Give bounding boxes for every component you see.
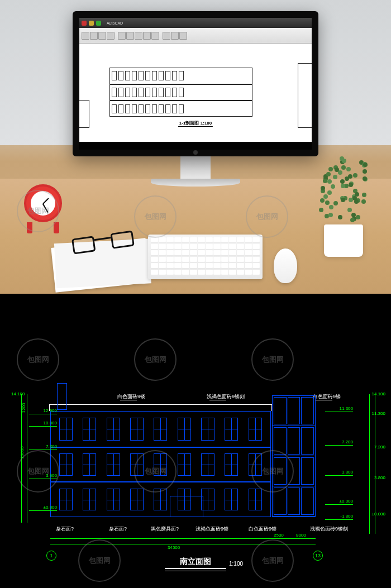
key xyxy=(229,263,236,269)
tool-circle[interactable] xyxy=(98,32,106,40)
minute-hand xyxy=(42,203,48,212)
tool-dim[interactable] xyxy=(179,32,187,40)
section-floor-2 xyxy=(109,84,252,101)
key xyxy=(159,250,166,256)
key xyxy=(182,237,189,243)
key xyxy=(182,244,189,250)
key xyxy=(245,237,252,243)
title-underline xyxy=(165,571,226,571)
level-label: 11.300 xyxy=(325,405,353,412)
dim-line xyxy=(369,394,370,534)
dim-label: 14.100 xyxy=(11,391,25,396)
key xyxy=(174,237,182,243)
dim-label: 3.800 xyxy=(374,475,385,480)
app-title: AutoCAD xyxy=(107,21,123,25)
key xyxy=(166,270,174,275)
elev-floor-1 xyxy=(50,482,271,517)
key xyxy=(174,250,182,256)
annotation: 黑色磨具面? xyxy=(151,525,179,533)
tool-copy[interactable] xyxy=(126,32,134,40)
key xyxy=(151,257,158,262)
tool-arc[interactable] xyxy=(107,32,115,40)
key xyxy=(198,263,205,269)
maximize-icon[interactable] xyxy=(96,21,101,26)
key xyxy=(198,244,205,250)
dim-label: 7.200 xyxy=(374,444,385,450)
elevation-building xyxy=(50,411,316,517)
key xyxy=(229,244,236,250)
key xyxy=(252,244,260,250)
tool-mirror[interactable] xyxy=(143,32,151,40)
section-building xyxy=(109,68,252,117)
key xyxy=(198,270,205,275)
cad-canvas[interactable]: 白色面砖9镂 浅褐色面砖9镂刻 白色面砖9镂 xyxy=(0,294,391,588)
window-titlebar[interactable]: AutoCAD xyxy=(79,18,312,28)
key xyxy=(221,244,228,250)
key xyxy=(190,250,197,256)
key xyxy=(252,270,260,275)
key xyxy=(206,270,213,275)
key xyxy=(190,237,197,243)
level-label: 12.900 xyxy=(29,408,57,414)
key xyxy=(237,237,244,243)
cad-viewport[interactable]: 白色面砖9镂 浅褐色面砖9镂刻 白色面砖9镂 xyxy=(0,294,391,588)
key xyxy=(198,250,205,256)
dim-label: 11.300 xyxy=(372,411,385,416)
dim-label: 1200 xyxy=(21,403,26,413)
dim-label: ±0.000 xyxy=(372,511,385,517)
key xyxy=(237,257,244,262)
dim-label: 14.100 xyxy=(372,391,385,396)
level-label: 3.800 xyxy=(325,469,353,476)
key xyxy=(206,257,213,262)
key xyxy=(252,257,260,262)
tool-text[interactable] xyxy=(171,32,179,40)
monitor-bezel: AutoCAD xyxy=(73,11,318,156)
drawing-title: 南立面图 xyxy=(180,557,211,567)
key xyxy=(237,263,244,269)
key xyxy=(213,263,221,269)
section-drawing: 1-1剖面图 1:100 xyxy=(93,58,298,128)
key xyxy=(237,244,244,250)
dim-label: 8000 xyxy=(296,533,306,538)
monitor-stand-base xyxy=(151,179,240,187)
clock-face xyxy=(24,184,62,222)
level-label: -1.800 xyxy=(325,513,353,520)
key xyxy=(213,270,221,275)
level-label: 3.600 xyxy=(29,472,57,479)
key xyxy=(151,237,158,243)
tool-trim[interactable] xyxy=(151,32,159,40)
plant-pot xyxy=(324,224,363,257)
key xyxy=(237,250,244,256)
key xyxy=(166,244,174,250)
key xyxy=(166,250,174,256)
section-floor-3 xyxy=(109,68,252,84)
key xyxy=(190,244,197,250)
tool-layer[interactable] xyxy=(163,32,170,40)
minimize-icon[interactable] xyxy=(89,21,94,26)
level-label: 7.200 xyxy=(325,439,353,446)
watermark: 包图网 xyxy=(78,539,121,582)
mouse xyxy=(274,248,297,283)
tool-move[interactable] xyxy=(118,32,126,40)
close-icon[interactable] xyxy=(82,21,87,26)
key xyxy=(198,237,205,243)
axis-marker: 1 xyxy=(46,551,56,561)
key xyxy=(151,244,158,250)
roof-signage xyxy=(57,383,67,410)
dim-line xyxy=(50,544,316,544)
autocad-screen: AutoCAD xyxy=(79,18,312,150)
drawing-canvas[interactable]: 1-1剖面图 1:100 xyxy=(79,44,312,142)
dim-label: 34500 xyxy=(168,545,180,550)
ribbon-toolbar[interactable] xyxy=(79,28,312,44)
watermark: 包图网 xyxy=(17,338,59,381)
key xyxy=(221,250,228,256)
tool-rotate[interactable] xyxy=(135,32,142,40)
dim-label: 10000 xyxy=(20,446,25,458)
statusbar[interactable] xyxy=(79,142,312,150)
key xyxy=(221,263,228,269)
level-column-left: 12.900 10.800 7.200 3.600 ±0.000 xyxy=(29,408,57,511)
tool-polyline[interactable] xyxy=(90,32,98,40)
imac-monitor: AutoCAD xyxy=(73,11,318,190)
tool-line[interactable] xyxy=(82,32,89,40)
dim-label: 2500 xyxy=(274,533,284,538)
